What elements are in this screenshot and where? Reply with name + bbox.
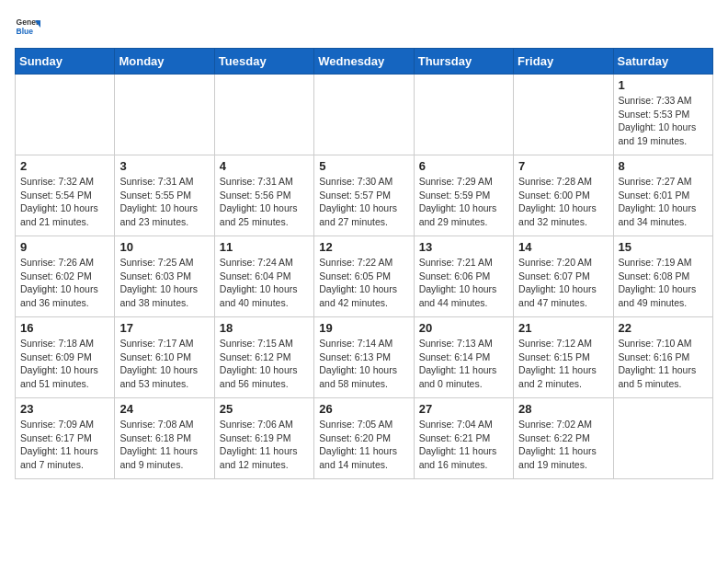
calendar-cell: 13Sunrise: 7:21 AM Sunset: 6:06 PM Dayli…: [414, 236, 513, 317]
weekday-header-tuesday: Tuesday: [214, 49, 313, 75]
day-number: 21: [518, 321, 608, 335]
day-number: 24: [119, 402, 209, 416]
day-number: 18: [220, 321, 309, 335]
calendar-cell: 16Sunrise: 7:18 AM Sunset: 6:09 PM Dayli…: [16, 317, 115, 398]
day-info: Sunrise: 7:28 AM Sunset: 6:00 PM Dayligh…: [518, 175, 608, 229]
day-number: 10: [119, 240, 209, 254]
day-number: 11: [220, 240, 309, 254]
day-info: Sunrise: 7:31 AM Sunset: 5:56 PM Dayligh…: [220, 175, 309, 229]
calendar-cell: 6Sunrise: 7:29 AM Sunset: 5:59 PM Daylig…: [414, 155, 513, 236]
day-info: Sunrise: 7:32 AM Sunset: 5:54 PM Dayligh…: [20, 175, 109, 229]
day-number: 26: [319, 402, 408, 416]
logo-icon: General Blue: [15, 15, 40, 40]
day-number: 22: [619, 321, 708, 335]
calendar-cell: 11Sunrise: 7:24 AM Sunset: 6:04 PM Dayli…: [214, 236, 313, 317]
weekday-header-monday: Monday: [115, 49, 214, 75]
day-number: 14: [518, 240, 608, 254]
day-info: Sunrise: 7:04 AM Sunset: 6:21 PM Dayligh…: [419, 418, 508, 472]
day-number: 4: [220, 159, 309, 173]
day-number: 2: [20, 159, 109, 173]
day-info: Sunrise: 7:10 AM Sunset: 6:16 PM Dayligh…: [619, 337, 708, 391]
calendar-cell: 28Sunrise: 7:02 AM Sunset: 6:22 PM Dayli…: [514, 398, 613, 479]
day-info: Sunrise: 7:15 AM Sunset: 6:12 PM Dayligh…: [220, 337, 309, 391]
calendar-cell: [214, 75, 313, 155]
day-number: 6: [419, 159, 508, 173]
calendar-cell: 15Sunrise: 7:19 AM Sunset: 6:08 PM Dayli…: [613, 236, 712, 317]
calendar-week-1: 1Sunrise: 7:33 AM Sunset: 5:53 PM Daylig…: [16, 75, 713, 155]
day-info: Sunrise: 7:14 AM Sunset: 6:13 PM Dayligh…: [319, 337, 408, 391]
calendar-cell: 22Sunrise: 7:10 AM Sunset: 6:16 PM Dayli…: [613, 317, 712, 398]
day-number: 13: [419, 240, 508, 254]
calendar-cell: 4Sunrise: 7:31 AM Sunset: 5:56 PM Daylig…: [214, 155, 313, 236]
day-number: 23: [20, 402, 109, 416]
calendar-cell: 26Sunrise: 7:05 AM Sunset: 6:20 PM Dayli…: [314, 398, 414, 479]
svg-text:Blue: Blue: [17, 27, 34, 36]
calendar-table: SundayMondayTuesdayWednesdayThursdayFrid…: [15, 48, 713, 479]
calendar-cell: 18Sunrise: 7:15 AM Sunset: 6:12 PM Dayli…: [214, 317, 313, 398]
weekday-header-sunday: Sunday: [16, 49, 115, 75]
calendar-cell: 8Sunrise: 7:27 AM Sunset: 6:01 PM Daylig…: [613, 155, 712, 236]
day-info: Sunrise: 7:12 AM Sunset: 6:15 PM Dayligh…: [518, 337, 608, 391]
calendar-cell: 24Sunrise: 7:08 AM Sunset: 6:18 PM Dayli…: [115, 398, 214, 479]
calendar-week-3: 9Sunrise: 7:26 AM Sunset: 6:02 PM Daylig…: [16, 236, 713, 317]
calendar-cell: [115, 75, 214, 155]
day-info: Sunrise: 7:24 AM Sunset: 6:04 PM Dayligh…: [220, 256, 309, 310]
calendar-week-4: 16Sunrise: 7:18 AM Sunset: 6:09 PM Dayli…: [16, 317, 713, 398]
day-info: Sunrise: 7:02 AM Sunset: 6:22 PM Dayligh…: [518, 418, 608, 472]
day-info: Sunrise: 7:05 AM Sunset: 6:20 PM Dayligh…: [319, 418, 408, 472]
calendar-cell: 5Sunrise: 7:30 AM Sunset: 5:57 PM Daylig…: [314, 155, 414, 236]
weekday-header-thursday: Thursday: [414, 49, 513, 75]
calendar-cell: 25Sunrise: 7:06 AM Sunset: 6:19 PM Dayli…: [214, 398, 313, 479]
day-number: 16: [20, 321, 109, 335]
calendar-cell: 14Sunrise: 7:20 AM Sunset: 6:07 PM Dayli…: [514, 236, 613, 317]
day-info: Sunrise: 7:22 AM Sunset: 6:05 PM Dayligh…: [319, 256, 408, 310]
day-info: Sunrise: 7:29 AM Sunset: 5:59 PM Dayligh…: [419, 175, 508, 229]
calendar-cell: 17Sunrise: 7:17 AM Sunset: 6:10 PM Dayli…: [115, 317, 214, 398]
day-number: 9: [20, 240, 109, 254]
day-number: 12: [319, 240, 408, 254]
calendar-cell: [16, 75, 115, 155]
day-info: Sunrise: 7:20 AM Sunset: 6:07 PM Dayligh…: [518, 256, 608, 310]
calendar-cell: [613, 398, 712, 479]
calendar-cell: 3Sunrise: 7:31 AM Sunset: 5:55 PM Daylig…: [115, 155, 214, 236]
calendar-cell: 2Sunrise: 7:32 AM Sunset: 5:54 PM Daylig…: [16, 155, 115, 236]
day-info: Sunrise: 7:19 AM Sunset: 6:08 PM Dayligh…: [619, 256, 708, 310]
calendar-cell: 7Sunrise: 7:28 AM Sunset: 6:00 PM Daylig…: [514, 155, 613, 236]
calendar-cell: 27Sunrise: 7:04 AM Sunset: 6:21 PM Dayli…: [414, 398, 513, 479]
day-number: 5: [319, 159, 408, 173]
calendar-cell: [514, 75, 613, 155]
calendar-cell: 12Sunrise: 7:22 AM Sunset: 6:05 PM Dayli…: [314, 236, 414, 317]
day-info: Sunrise: 7:18 AM Sunset: 6:09 PM Dayligh…: [20, 337, 109, 391]
calendar-cell: 20Sunrise: 7:13 AM Sunset: 6:14 PM Dayli…: [414, 317, 513, 398]
day-number: 17: [119, 321, 209, 335]
day-info: Sunrise: 7:21 AM Sunset: 6:06 PM Dayligh…: [419, 256, 508, 310]
day-number: 27: [419, 402, 508, 416]
day-info: Sunrise: 7:27 AM Sunset: 6:01 PM Dayligh…: [619, 175, 708, 229]
calendar-cell: 1Sunrise: 7:33 AM Sunset: 5:53 PM Daylig…: [613, 75, 712, 155]
day-number: 8: [619, 159, 708, 173]
calendar-header-row: SundayMondayTuesdayWednesdayThursdayFrid…: [16, 49, 713, 75]
day-info: Sunrise: 7:17 AM Sunset: 6:10 PM Dayligh…: [119, 337, 209, 391]
day-info: Sunrise: 7:30 AM Sunset: 5:57 PM Dayligh…: [319, 175, 408, 229]
calendar-cell: 19Sunrise: 7:14 AM Sunset: 6:13 PM Dayli…: [314, 317, 414, 398]
day-number: 3: [119, 159, 209, 173]
calendar-cell: 10Sunrise: 7:25 AM Sunset: 6:03 PM Dayli…: [115, 236, 214, 317]
day-number: 7: [518, 159, 608, 173]
weekday-header-wednesday: Wednesday: [314, 49, 414, 75]
calendar-week-5: 23Sunrise: 7:09 AM Sunset: 6:17 PM Dayli…: [16, 398, 713, 479]
calendar-cell: 9Sunrise: 7:26 AM Sunset: 6:02 PM Daylig…: [16, 236, 115, 317]
day-number: 20: [419, 321, 508, 335]
day-info: Sunrise: 7:25 AM Sunset: 6:03 PM Dayligh…: [119, 256, 209, 310]
day-info: Sunrise: 7:26 AM Sunset: 6:02 PM Dayligh…: [20, 256, 109, 310]
day-info: Sunrise: 7:06 AM Sunset: 6:19 PM Dayligh…: [220, 418, 309, 472]
calendar-week-2: 2Sunrise: 7:32 AM Sunset: 5:54 PM Daylig…: [16, 155, 713, 236]
day-info: Sunrise: 7:33 AM Sunset: 5:53 PM Dayligh…: [619, 94, 708, 148]
page-header: General Blue: [15, 15, 713, 40]
day-number: 19: [319, 321, 408, 335]
calendar-cell: 21Sunrise: 7:12 AM Sunset: 6:15 PM Dayli…: [514, 317, 613, 398]
day-number: 1: [619, 78, 708, 92]
weekday-header-saturday: Saturday: [613, 49, 712, 75]
day-info: Sunrise: 7:13 AM Sunset: 6:14 PM Dayligh…: [419, 337, 508, 391]
logo: General Blue: [15, 15, 40, 40]
day-number: 25: [220, 402, 309, 416]
